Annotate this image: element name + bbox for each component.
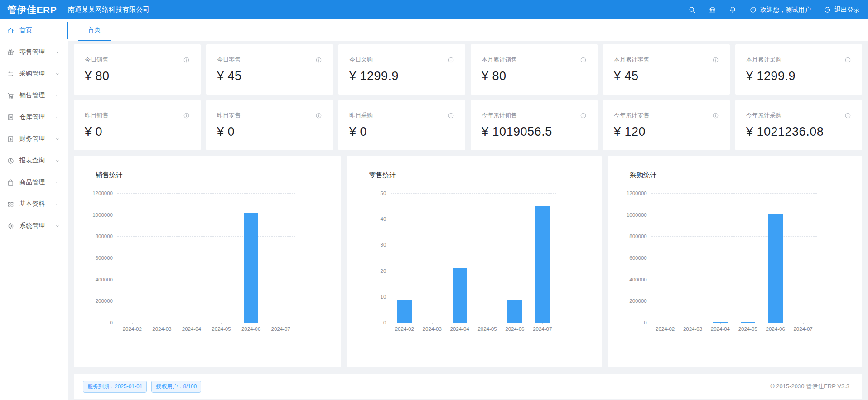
info-icon[interactable]	[712, 112, 719, 119]
x-axis-label: 2024-04	[446, 326, 473, 332]
cart-icon	[7, 92, 14, 100]
sidebar-item-basicdata[interactable]: 基本资料	[0, 193, 68, 215]
x-axis-tick	[665, 323, 665, 324]
x-axis-label: 2024-07	[266, 326, 296, 332]
info-icon[interactable]	[580, 57, 587, 63]
user-welcome[interactable]: 欢迎您，测试用户	[749, 6, 811, 14]
gridline	[117, 236, 295, 237]
stat-card-value: ¥ 1019056.5	[482, 125, 587, 139]
stat-card-value: ¥ 1021236.08	[746, 125, 851, 139]
chevron-down-icon	[54, 201, 60, 207]
stat-card-header: 今年累计零售	[614, 111, 719, 119]
info-icon[interactable]	[448, 57, 454, 63]
plot-area: 020000040000060000080000010000001200000	[651, 193, 817, 323]
stat-card-header: 本月累计采购	[746, 56, 851, 64]
x-axis-tick	[132, 323, 133, 324]
stat-card-value: ¥ 1299.9	[349, 69, 454, 83]
gridline	[391, 245, 556, 245]
y-axis-label: 1200000	[627, 190, 647, 196]
x-axis-label: 2024-02	[117, 326, 147, 332]
y-axis-label: 0	[383, 320, 386, 325]
stat-card-value: ¥ 120	[614, 125, 719, 139]
sidebar-item-label: 零售管理	[19, 48, 45, 56]
y-axis-label: 50	[381, 190, 386, 196]
info-icon[interactable]	[844, 57, 851, 63]
sidebar-item-sales[interactable]: 销售管理	[0, 85, 68, 106]
sidebar-item-home[interactable]: 首页	[0, 19, 68, 41]
chevron-down-icon	[54, 180, 60, 186]
sidebar-item-retail[interactable]: 零售管理	[0, 41, 68, 63]
sidebar-item-finance[interactable]: 财务管理	[0, 128, 68, 150]
bar	[535, 206, 550, 323]
stat-card-header: 今日采购	[349, 56, 454, 64]
info-icon[interactable]	[580, 112, 587, 119]
sidebar-item-system[interactable]: 系统管理	[0, 215, 68, 237]
stat-card: 昨日零售¥ 0	[206, 100, 333, 150]
stat-card: 今年累计采购¥ 1021236.08	[735, 100, 862, 150]
clock-icon	[749, 6, 757, 14]
x-axis-tick	[405, 323, 405, 324]
chevron-down-icon	[54, 223, 60, 229]
x-axis-tick	[776, 323, 776, 324]
chevron-down-icon	[54, 93, 60, 99]
gridline	[651, 258, 817, 258]
stat-card-label: 今日销售	[85, 56, 108, 64]
gridline	[651, 323, 817, 323]
x-axis: 2024-022024-032024-042024-052024-062024-…	[117, 326, 295, 332]
stat-card-value: ¥ 0	[349, 125, 454, 139]
x-axis-label: 2024-05	[473, 326, 501, 332]
x-axis-label: 2024-06	[236, 326, 266, 332]
bank-icon[interactable]	[709, 6, 716, 14]
x-axis-tick	[432, 323, 433, 324]
x-axis-label: 2024-03	[418, 326, 446, 332]
info-icon[interactable]	[844, 112, 851, 119]
stat-card: 昨日销售¥ 0	[74, 100, 201, 150]
info-icon[interactable]	[712, 57, 719, 63]
search-icon[interactable]	[688, 6, 696, 14]
charts-row: 销售统计020000040000060000080000010000001200…	[74, 156, 862, 367]
gridline	[651, 280, 817, 280]
x-axis-tick	[251, 323, 251, 324]
pie-icon	[7, 157, 14, 165]
sidebar-item-reports[interactable]: 报表查询	[0, 150, 68, 171]
logout-button[interactable]: 退出登录	[824, 6, 860, 14]
stat-card-value: ¥ 1299.9	[746, 69, 851, 83]
y-axis-label: 40	[381, 216, 386, 222]
x-axis-tick	[192, 323, 192, 324]
logout-label: 退出登录	[834, 6, 860, 14]
gridline	[117, 323, 295, 323]
bell-icon[interactable]	[729, 6, 737, 14]
x-axis-label: 2024-04	[706, 326, 734, 332]
y-axis-label: 1000000	[627, 212, 647, 218]
chevron-down-icon	[54, 71, 60, 77]
repeat-icon	[7, 70, 14, 78]
sidebar-item-label: 采购管理	[19, 70, 45, 78]
info-icon[interactable]	[183, 112, 190, 119]
x-axis-label: 2024-06	[762, 326, 789, 332]
info-icon[interactable]	[448, 112, 454, 119]
gridline	[117, 301, 295, 301]
gridline	[391, 271, 556, 271]
info-icon[interactable]	[315, 57, 322, 63]
stat-card-label: 昨日销售	[85, 111, 108, 119]
y-axis-label: 600000	[96, 255, 113, 261]
sidebar-item-goods[interactable]: 商品管理	[0, 171, 68, 193]
gridline	[651, 215, 817, 215]
stat-card: 昨日采购¥ 0	[338, 100, 465, 150]
home-icon	[7, 27, 14, 34]
info-icon[interactable]	[315, 112, 322, 119]
stat-card-header: 今日销售	[85, 56, 190, 64]
x-axis-tick	[748, 323, 748, 324]
bar	[453, 268, 467, 323]
app-logo: 管伊佳ERP	[0, 4, 68, 16]
sidebar-item-purchase[interactable]: 采购管理	[0, 63, 68, 85]
y-axis-label: 30	[381, 242, 386, 248]
tab-home[interactable]: 首页	[78, 19, 111, 41]
x-axis: 2024-022024-032024-042024-052024-062024-…	[651, 326, 817, 332]
sidebar-item-label: 报表查询	[19, 157, 45, 165]
licensed-users-badge: 授权用户：8/100	[151, 381, 201, 393]
info-icon[interactable]	[183, 57, 190, 63]
bar	[397, 300, 412, 323]
x-axis: 2024-022024-032024-042024-052024-062024-…	[391, 326, 556, 332]
sidebar-item-warehouse[interactable]: 仓库管理	[0, 106, 68, 128]
